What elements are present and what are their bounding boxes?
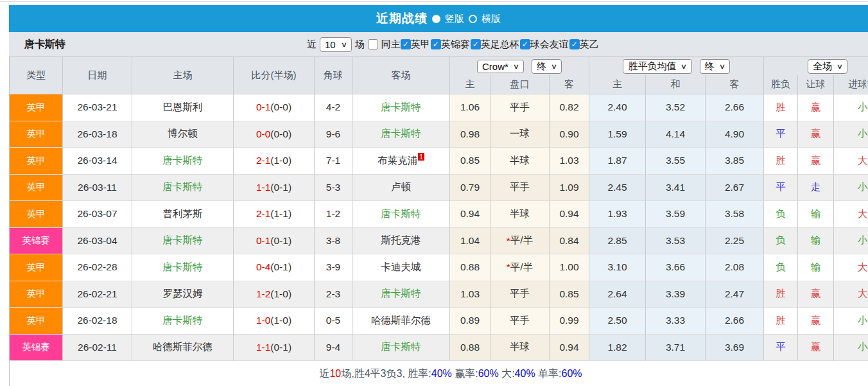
handicap-result: 输 bbox=[798, 228, 834, 255]
odds-home: 1.06 bbox=[450, 94, 490, 121]
avg-draw: 3.55 bbox=[646, 148, 706, 175]
handicap-result: 输 bbox=[798, 201, 834, 228]
league-checkbox[interactable]: ✓ bbox=[471, 39, 481, 49]
chevron-down-icon: ∨ bbox=[551, 62, 557, 71]
vertical-layout-label[interactable]: 竖版 bbox=[445, 13, 464, 25]
same-home-checkbox[interactable] bbox=[368, 39, 378, 49]
titlebar: 近期战绩 竖版 横版 bbox=[9, 5, 868, 32]
score-cell: 1-2(1-0) bbox=[234, 281, 315, 308]
odds-line: 一球 bbox=[490, 121, 550, 148]
horizontal-layout-radio[interactable] bbox=[469, 15, 477, 23]
avg-draw: 3.59 bbox=[646, 201, 706, 228]
odds-line: 平手 bbox=[490, 308, 550, 335]
match-date: 26-03-21 bbox=[63, 94, 132, 121]
odds-away: 0.99 bbox=[550, 308, 589, 335]
result: 胜 bbox=[764, 94, 798, 121]
avg-draw: 3.52 bbox=[646, 94, 706, 121]
result: 负 bbox=[764, 228, 798, 255]
odds-home: 0.94 bbox=[450, 201, 490, 228]
league-checkbox-label[interactable]: 英甲 bbox=[411, 39, 430, 51]
odds-away: 1.09 bbox=[550, 175, 589, 202]
fulltime-zone: 全场 ∨ bbox=[764, 57, 868, 75]
result: 平 bbox=[764, 175, 798, 202]
handicap-result: 赢 bbox=[798, 335, 834, 362]
league-checkbox-label[interactable]: 英乙 bbox=[580, 39, 599, 51]
odds-line: 平手 bbox=[490, 281, 550, 308]
away-team: 布莱克浦1 bbox=[352, 148, 450, 175]
goals-result: 大 bbox=[834, 254, 868, 281]
odds-home: 0.88 bbox=[450, 254, 490, 281]
col-header-odds-away: 客 bbox=[550, 75, 589, 94]
avg-home: 2.40 bbox=[589, 94, 646, 121]
table-row: 英甲26-03-18博尔顿0-0(0-0)9-6唐卡斯特0.98一球0.901.… bbox=[10, 121, 868, 148]
table-row: 英甲26-03-21巴恩斯利0-1(0-0)4-2唐卡斯特1.06平手0.822… bbox=[10, 94, 868, 121]
avg-draw: 3.71 bbox=[646, 335, 706, 362]
match-date: 26-03-18 bbox=[63, 121, 132, 148]
avg-home: 1.82 bbox=[589, 335, 646, 362]
corner-score: 4-2 bbox=[315, 94, 352, 121]
avg-draw: 3.41 bbox=[646, 175, 706, 202]
handicap-result: 走 bbox=[798, 175, 834, 202]
away-team: 哈德斯菲尔德 bbox=[352, 308, 450, 335]
results-table: 类型 日期 主场 比分(半场) 角球 客场 Crow* ∨ 终 ∨ bbox=[9, 57, 868, 386]
avg-draw: 3.39 bbox=[646, 281, 706, 308]
avg-draw: 3.66 bbox=[646, 254, 706, 281]
league-checkbox[interactable]: ✓ bbox=[520, 39, 530, 49]
avg-draw: 3.33 bbox=[646, 308, 706, 335]
odds-line: *平/半 bbox=[490, 228, 550, 255]
summary-segment: 场,胜4平3负3, 胜率: bbox=[341, 368, 431, 379]
fulltime-dropdown[interactable]: 全场 ∨ bbox=[808, 59, 847, 74]
average-final-dropdown[interactable]: 终 ∨ bbox=[700, 59, 730, 74]
league-checkbox[interactable]: ✓ bbox=[401, 39, 411, 49]
league-checkbox[interactable]: ✓ bbox=[569, 39, 580, 49]
same-home-label[interactable]: 同主 bbox=[381, 39, 401, 51]
match-date: 26-02-18 bbox=[63, 308, 132, 335]
league-badge: 英甲 bbox=[10, 201, 63, 228]
score-cell: 2-1(1-1) bbox=[234, 201, 315, 228]
table-row: 英甲26-03-11唐卡斯特1-1(0-1)5-3卢顿0.79平手1.092.4… bbox=[10, 175, 868, 202]
odds-company-dropdown[interactable]: Crow* ∨ bbox=[477, 60, 524, 73]
odds-line: 半球 bbox=[490, 201, 550, 228]
away-team: 唐卡斯特 bbox=[352, 121, 450, 148]
goals-result: 大 bbox=[834, 201, 868, 228]
vertical-layout-radio[interactable] bbox=[432, 15, 440, 23]
league-badge: 英甲 bbox=[10, 308, 63, 335]
result: 负 bbox=[764, 254, 798, 281]
odds-final-dropdown[interactable]: 终 ∨ bbox=[532, 59, 562, 74]
league-badge: 英甲 bbox=[10, 94, 63, 121]
avg-home: 2.50 bbox=[589, 308, 646, 335]
league-checkbox-label[interactable]: 英锦赛 bbox=[441, 39, 470, 51]
result: 平 bbox=[764, 121, 798, 148]
league-checkbox-label[interactable]: 英足总杯 bbox=[481, 39, 519, 51]
corner-score: 0-5 bbox=[315, 308, 352, 335]
league-badge: 英甲 bbox=[10, 175, 63, 202]
match-count-select[interactable]: 10 ∨ bbox=[320, 37, 352, 52]
corner-score: 9-4 bbox=[315, 335, 352, 362]
league-checkbox[interactable]: ✓ bbox=[431, 39, 441, 49]
horizontal-layout-label[interactable]: 横版 bbox=[482, 13, 501, 25]
odds-home: 1.03 bbox=[450, 281, 490, 308]
summary-segment: 60% bbox=[562, 368, 582, 379]
away-team: 唐卡斯特 bbox=[352, 281, 450, 308]
col-header-score: 比分(半场) bbox=[234, 57, 315, 94]
goals-result: 小 bbox=[834, 308, 868, 335]
score-cell: 0-1(0-0) bbox=[234, 94, 315, 121]
table-row: 英锦赛26-02-11哈德斯菲尔德1-1(0-1)9-4唐卡斯特0.88半球0.… bbox=[10, 335, 868, 362]
average-odds-dropdown[interactable]: 胜平负均值 ∨ bbox=[623, 59, 691, 74]
score-cell: 1-0(1-0) bbox=[234, 308, 315, 335]
filters-group: 近 10 ∨ 场 同主 ✓英甲✓英锦赛✓英足总杯✓球会友谊✓英乙 bbox=[307, 32, 600, 57]
odds-home: 0.88 bbox=[450, 335, 490, 362]
odds-header-block: Crow* ∨ 终 ∨ 胜平负均值 ∨ bbox=[450, 57, 868, 94]
home-team: 唐卡斯特 bbox=[132, 254, 234, 281]
league-checkbox-label[interactable]: 球会友谊 bbox=[530, 39, 569, 51]
col-header-avg-away: 客 bbox=[706, 75, 764, 94]
col-header-handicap: 让球 bbox=[798, 75, 834, 94]
corner-score: 1-2 bbox=[315, 201, 352, 228]
avg-away: 3.85 bbox=[706, 148, 764, 175]
odds-home: 0.98 bbox=[450, 121, 490, 148]
goals-result: 小 bbox=[834, 228, 868, 255]
summary-segment: 大: bbox=[499, 368, 515, 379]
col-header-date: 日期 bbox=[63, 57, 132, 94]
odds-away: 0.85 bbox=[550, 281, 589, 308]
avg-home: 2.45 bbox=[589, 175, 646, 202]
